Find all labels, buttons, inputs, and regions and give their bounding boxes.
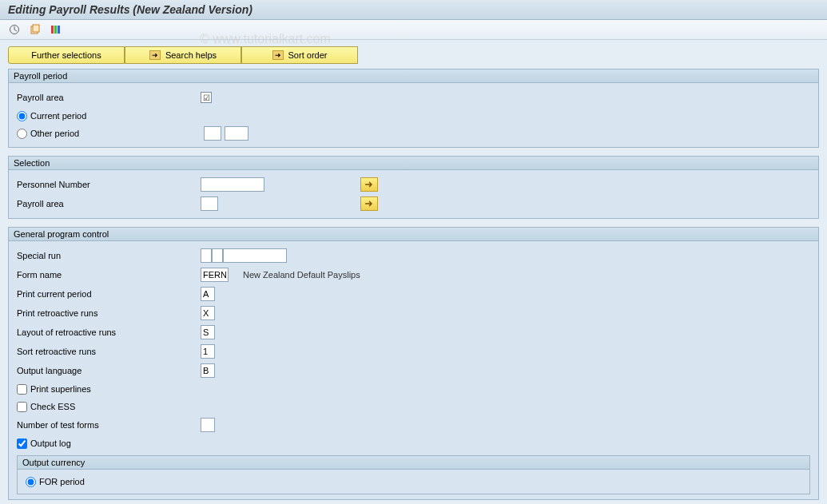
page-title: Editing Payroll Results (New Zealand Ver…	[0, 0, 827, 20]
svg-rect-7	[58, 26, 60, 34]
payroll-period-group: Payroll period Payroll area ☑ Current pe…	[8, 69, 819, 148]
arrow-right-icon: ➜	[149, 50, 161, 60]
form-name-input[interactable]	[201, 268, 229, 282]
form-name-desc: New Zealand Default Payslips	[243, 270, 360, 280]
sel-payroll-area-label: Payroll area	[17, 199, 201, 208]
param-buttons-row: Further selections ➜ Search helps ➜ Sort…	[8, 46, 819, 64]
print-current-input[interactable]	[201, 287, 215, 301]
color-legend-button[interactable]	[48, 22, 64, 37]
general-control-group: General program control Special run Form…	[8, 227, 819, 500]
general-control-header: General program control	[9, 228, 818, 241]
personnel-number-input[interactable]	[201, 177, 264, 192]
search-helps-button[interactable]: ➜ Search helps	[125, 46, 241, 64]
for-period-label: FOR period	[39, 477, 85, 486]
further-selections-button[interactable]: Further selections	[8, 46, 125, 64]
special-run-input2[interactable]	[212, 248, 223, 263]
svg-line-2	[14, 30, 17, 31]
further-selections-label: Further selections	[31, 50, 101, 60]
payroll-area-label: Payroll area	[17, 93, 201, 102]
sel-payroll-area-input[interactable]	[201, 196, 218, 211]
layout-retro-input[interactable]	[201, 325, 215, 339]
sort-retro-input[interactable]	[201, 344, 215, 359]
sel-payroll-area-multiselect-button[interactable]	[360, 196, 378, 211]
search-helps-label: Search helps	[165, 50, 217, 60]
output-log-label: Output log	[30, 439, 71, 448]
output-currency-group: Output currency FOR period	[17, 455, 810, 494]
arrow-right-icon: ➜	[272, 50, 284, 60]
content-area: Further selections ➜ Search helps ➜ Sort…	[0, 40, 827, 504]
print-retro-input[interactable]	[201, 306, 215, 320]
special-run-input1[interactable]	[201, 248, 212, 263]
print-superlines-checkbox[interactable]	[17, 384, 27, 395]
sort-order-label: Sort order	[288, 50, 328, 60]
selection-group: Selection Personnel Number Payroll area	[8, 156, 819, 219]
output-lang-label: Output language	[17, 366, 201, 375]
execute-button[interactable]	[6, 22, 22, 37]
svg-rect-5	[51, 26, 54, 34]
variant-button[interactable]	[27, 22, 43, 37]
output-log-checkbox[interactable]	[17, 439, 27, 449]
other-period-input1[interactable]	[204, 126, 221, 141]
num-test-input[interactable]	[201, 418, 215, 432]
sort-retro-label: Sort retroactive runs	[17, 347, 201, 356]
toolbar	[0, 20, 827, 40]
for-period-radio[interactable]	[26, 477, 36, 487]
special-run-input3[interactable]	[223, 248, 287, 263]
current-period-radio[interactable]	[17, 111, 27, 121]
payroll-area-input-help-icon[interactable]: ☑	[201, 92, 212, 103]
output-lang-input[interactable]	[201, 363, 215, 378]
num-test-label: Number of test forms	[17, 420, 201, 430]
other-period-label: Other period	[30, 129, 201, 138]
other-period-input2[interactable]	[225, 126, 248, 141]
check-ess-label: Check ESS	[30, 402, 75, 411]
form-name-label: Form name	[17, 270, 201, 280]
svg-rect-6	[54, 26, 57, 34]
check-ess-checkbox[interactable]	[17, 402, 27, 412]
print-superlines-label: Print superlines	[30, 384, 91, 394]
personnel-number-multiselect-button[interactable]	[360, 177, 378, 192]
personnel-number-label: Personnel Number	[17, 180, 201, 189]
svg-rect-4	[33, 25, 39, 32]
layout-retro-label: Layout of retroactive runs	[17, 327, 201, 337]
output-currency-header: Output currency	[18, 456, 809, 470]
current-period-label: Current period	[30, 111, 86, 121]
print-current-label: Print current period	[17, 289, 201, 299]
print-retro-label: Print retroactive runs	[17, 308, 201, 318]
payroll-period-header: Payroll period	[9, 69, 818, 83]
selection-header: Selection	[9, 157, 818, 170]
special-run-label: Special run	[17, 251, 201, 260]
other-period-radio[interactable]	[17, 129, 27, 139]
sort-order-button[interactable]: ➜ Sort order	[241, 46, 358, 64]
